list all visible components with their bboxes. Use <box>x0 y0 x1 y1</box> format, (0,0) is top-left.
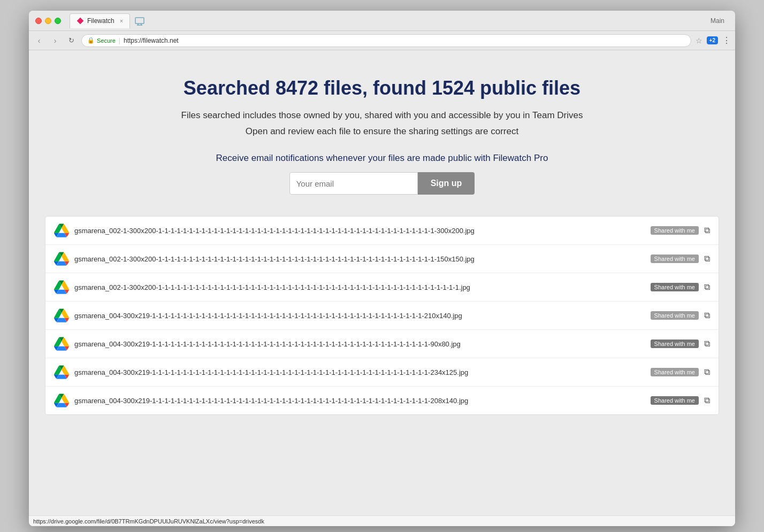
shared-badge: Shared with me <box>651 255 699 263</box>
subtitle2: Open and review each file to ensure the … <box>40 126 724 137</box>
minimize-button[interactable] <box>45 18 51 24</box>
active-tab[interactable]: Filewatch × <box>70 13 130 28</box>
new-tab-icon[interactable] <box>134 16 145 26</box>
url-bar[interactable]: 🔒 Secure | https://filewatch.net <box>81 34 691 47</box>
forward-button[interactable]: › <box>49 35 61 47</box>
open-external-icon[interactable]: ⧉ <box>704 311 710 320</box>
secure-label: Secure <box>97 37 116 44</box>
file-list: gsmarena_002-1-300x200-1-1-1-1-1-1-1-1-1… <box>45 216 719 415</box>
refresh-button[interactable]: ↻ <box>65 35 77 47</box>
open-external-icon[interactable]: ⧉ <box>704 282 710 292</box>
main-label: Main <box>710 17 724 25</box>
tab-close-icon[interactable]: × <box>120 18 123 24</box>
back-button[interactable]: ‹ <box>33 35 45 47</box>
shared-badge: Shared with me <box>651 226 699 235</box>
google-drive-icon <box>54 336 69 351</box>
url-separator: | <box>119 37 120 44</box>
file-list-item: gsmarena_004-300x219-1-1-1-1-1-1-1-1-1-1… <box>45 330 719 358</box>
google-drive-icon <box>54 251 69 266</box>
extension-button[interactable]: +2 <box>707 36 718 44</box>
shared-badge: Shared with me <box>651 396 699 405</box>
page-title: Searched 8472 files, found 1524 public f… <box>40 77 724 99</box>
traffic-lights <box>35 18 61 24</box>
svg-marker-0 <box>77 18 83 24</box>
file-name: gsmarena_002-1-300x200-1-1-1-1-1-1-1-1-1… <box>74 255 645 263</box>
file-name: gsmarena_004-300x219-1-1-1-1-1-1-1-1-1-1… <box>74 312 645 320</box>
file-name: gsmarena_002-1-300x200-1-1-1-1-1-1-1-1-1… <box>74 227 645 235</box>
browser-window: Filewatch × Main ‹ › ↻ 🔒 Secure | https:… <box>29 11 735 526</box>
open-external-icon[interactable]: ⧉ <box>704 339 710 349</box>
file-name: gsmarena_002-1-300x200-1-1-1-1-1-1-1-1-1… <box>74 283 645 291</box>
file-list-item: gsmarena_004-300x219-1-1-1-1-1-1-1-1-1-1… <box>45 302 719 330</box>
shared-badge: Shared with me <box>651 311 699 320</box>
promo-text: Receive email notifications whenever you… <box>40 153 724 164</box>
status-bar: https://drive.google.com/file/d/0B7TRmKG… <box>29 515 735 526</box>
title-bar: Filewatch × Main <box>29 11 735 31</box>
close-button[interactable] <box>35 18 42 24</box>
status-url: https://drive.google.com/file/d/0B7TRmKG… <box>33 518 264 525</box>
signup-button[interactable]: Sign up <box>418 172 475 195</box>
shared-badge: Shared with me <box>651 340 699 348</box>
svg-rect-1 <box>135 18 144 24</box>
google-drive-icon <box>54 308 69 323</box>
shared-badge: Shared with me <box>651 368 699 376</box>
google-drive-icon <box>54 365 69 380</box>
google-drive-icon <box>54 393 69 408</box>
tab-title: Filewatch <box>87 17 114 25</box>
file-name: gsmarena_004-300x219-1-1-1-1-1-1-1-1-1-1… <box>74 368 645 376</box>
page-content: Searched 8472 files, found 1524 public f… <box>29 50 735 515</box>
google-drive-icon <box>54 223 69 238</box>
signup-row: Sign up <box>40 172 724 195</box>
url-address: https://filewatch.net <box>124 37 179 44</box>
open-external-icon[interactable]: ⧉ <box>704 226 710 235</box>
subtitle1: Files searched includes those owned by y… <box>40 110 724 121</box>
tab-bar: Filewatch × <box>70 13 729 28</box>
file-list-item: gsmarena_002-1-300x200-1-1-1-1-1-1-1-1-1… <box>45 245 719 273</box>
shared-badge: Shared with me <box>651 283 699 291</box>
file-list-item: gsmarena_004-300x219-1-1-1-1-1-1-1-1-1-1… <box>45 358 719 387</box>
tab-favicon <box>77 17 84 25</box>
file-name: gsmarena_004-300x219-1-1-1-1-1-1-1-1-1-1… <box>74 397 645 405</box>
open-external-icon[interactable]: ⧉ <box>704 367 710 377</box>
email-input[interactable] <box>289 172 418 195</box>
maximize-button[interactable] <box>55 18 61 24</box>
lock-icon: 🔒 <box>87 37 95 44</box>
address-bar: ‹ › ↻ 🔒 Secure | https://filewatch.net ☆… <box>29 31 735 50</box>
hero-section: Searched 8472 files, found 1524 public f… <box>40 77 724 195</box>
google-drive-icon <box>54 280 69 295</box>
more-options-icon[interactable]: ⋮ <box>722 35 731 45</box>
bookmark-icon[interactable]: ☆ <box>696 36 702 45</box>
file-list-item: gsmarena_004-300x219-1-1-1-1-1-1-1-1-1-1… <box>45 387 719 414</box>
file-name: gsmarena_004-300x219-1-1-1-1-1-1-1-1-1-1… <box>74 340 645 348</box>
open-external-icon[interactable]: ⧉ <box>704 396 710 405</box>
file-list-item: gsmarena_002-1-300x200-1-1-1-1-1-1-1-1-1… <box>45 273 719 302</box>
file-list-item: gsmarena_002-1-300x200-1-1-1-1-1-1-1-1-1… <box>45 217 719 245</box>
open-external-icon[interactable]: ⧉ <box>704 254 710 264</box>
